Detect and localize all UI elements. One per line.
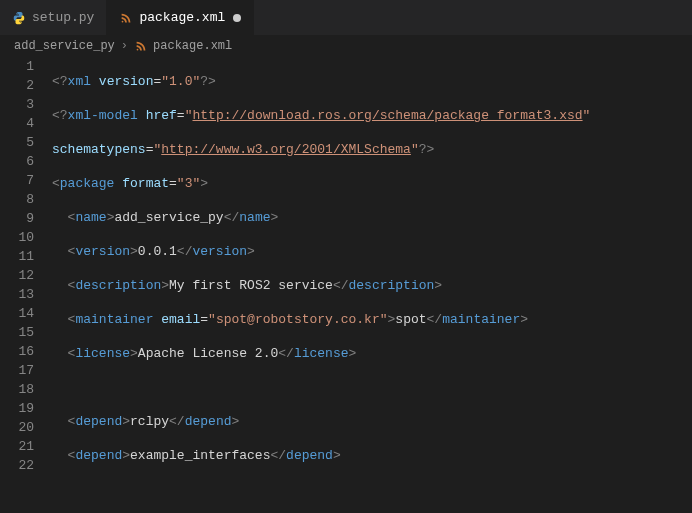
line-number: 11 <box>0 247 34 266</box>
line-number: 8 <box>0 190 34 209</box>
tab-label: setup.py <box>32 10 94 25</box>
tab-label: package.xml <box>139 10 225 25</box>
line-number: 19 <box>0 399 34 418</box>
rss-icon <box>134 39 148 53</box>
line-number: 16 <box>0 342 34 361</box>
line-number: 2 <box>0 76 34 95</box>
tab-setup-py[interactable]: setup.py <box>0 0 107 35</box>
line-number: 9 <box>0 209 34 228</box>
line-number: 13 <box>0 285 34 304</box>
line-number: 3 <box>0 95 34 114</box>
line-number: 14 <box>0 304 34 323</box>
line-number: 22 <box>0 456 34 475</box>
line-number: 1 <box>0 57 34 76</box>
line-number: 21 <box>0 437 34 456</box>
line-number: 10 <box>0 228 34 247</box>
line-number: 15 <box>0 323 34 342</box>
line-number: 20 <box>0 418 34 437</box>
line-number: 18 <box>0 380 34 399</box>
rss-icon <box>119 11 133 25</box>
breadcrumb-file[interactable]: package.xml <box>153 39 232 53</box>
line-number: 6 <box>0 152 34 171</box>
code-editor[interactable]: 1 2 3 4 5 6 7 8 9 10 11 12 13 14 15 16 1… <box>0 57 692 513</box>
tab-package-xml[interactable]: package.xml <box>107 0 254 35</box>
python-icon <box>12 11 26 25</box>
line-number: 12 <box>0 266 34 285</box>
chevron-right-icon: › <box>121 39 128 53</box>
code-content[interactable]: <?xml version="1.0"?> <?xml-model href="… <box>52 57 692 513</box>
line-number: 4 <box>0 114 34 133</box>
dirty-indicator-icon <box>233 14 241 22</box>
breadcrumb[interactable]: add_service_py › package.xml <box>0 35 692 57</box>
breadcrumb-folder[interactable]: add_service_py <box>14 39 115 53</box>
line-number: 7 <box>0 171 34 190</box>
line-number: 17 <box>0 361 34 380</box>
line-number-gutter: 1 2 3 4 5 6 7 8 9 10 11 12 13 14 15 16 1… <box>0 57 52 513</box>
tab-bar: setup.py package.xml <box>0 0 692 35</box>
line-number: 5 <box>0 133 34 152</box>
